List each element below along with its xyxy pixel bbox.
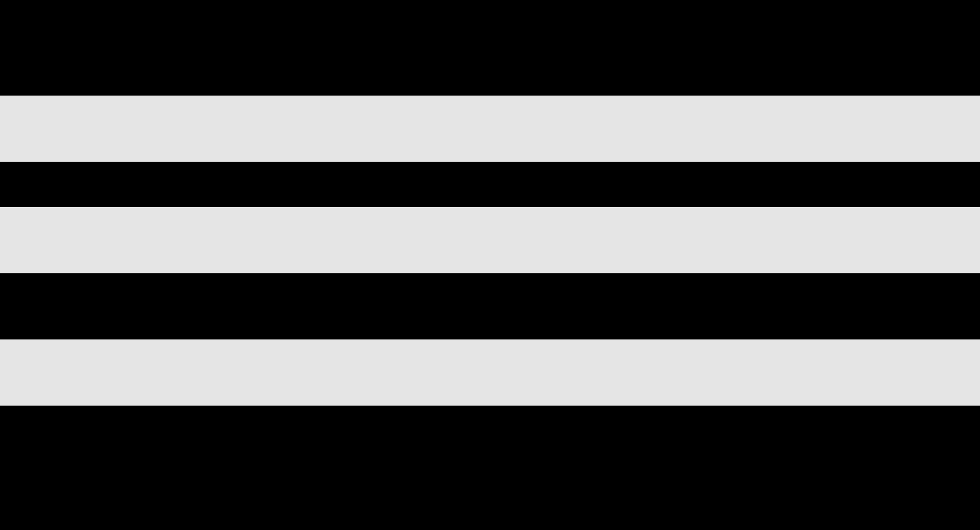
bottom-assets-row	[49, 406, 772, 528]
process-band	[0, 207, 980, 273]
top-channels-row	[74, 0, 735, 96]
api-led-diagram	[0, 0, 980, 530]
system-band	[0, 339, 980, 406]
process-markers-row	[159, 174, 612, 207]
system-markers-row	[49, 306, 772, 339]
experience-band	[0, 96, 980, 162]
